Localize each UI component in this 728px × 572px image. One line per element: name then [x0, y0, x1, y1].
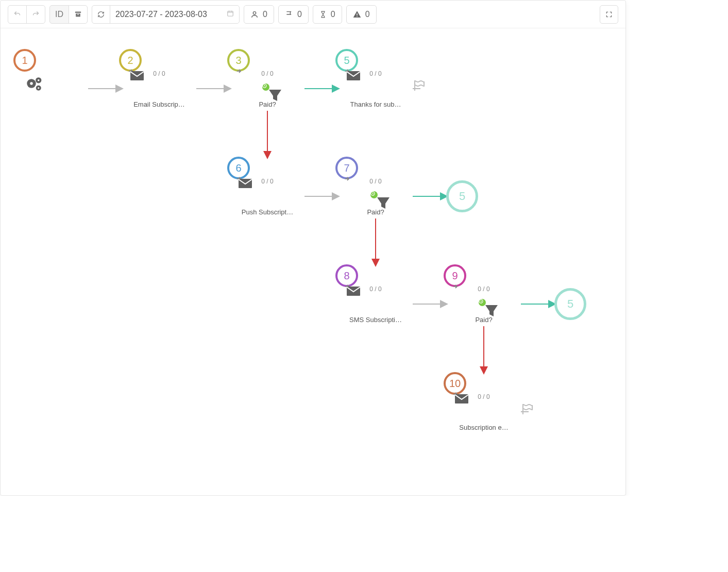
node-6[interactable]: 0 / 0 Push Subscript…: [236, 176, 298, 216]
node-3-flow: 0 / 0: [236, 70, 298, 77]
flag-icon: [285, 10, 293, 19]
archive-icon: [74, 10, 82, 18]
fullscreen-button[interactable]: [600, 5, 618, 24]
envelope-icon: [453, 392, 470, 404]
node-9-flow: 0 / 0: [453, 285, 515, 293]
stat-users[interactable]: 0: [244, 5, 274, 24]
user-icon: [250, 10, 259, 19]
warning-icon: [353, 10, 361, 19]
archive-button[interactable]: [69, 5, 88, 24]
node-7-number: 7: [344, 162, 349, 174]
node-5-ref[interactable]: 5: [446, 180, 478, 212]
expand-icon: [605, 11, 613, 18]
svg-rect-2: [228, 11, 233, 15]
date-group: 2023-07-27 - 2023-08-03: [92, 5, 240, 24]
node-10-title: Subscription e…: [453, 424, 515, 431]
gears-icon: [24, 76, 44, 91]
undo-button[interactable]: [8, 5, 27, 24]
envelope-icon: [236, 176, 254, 189]
toolbar: ID 2023-07-27 - 2023-08-03 0 0: [1, 1, 625, 28]
date-range-value: 2023-07-27 - 2023-08-03: [115, 10, 207, 19]
stat-errors-value: 0: [365, 10, 370, 19]
funnel-icon: [484, 304, 499, 317]
workflow-canvas[interactable]: 1 2 0 / 0 Email Subscrip… 3 0 / 0 Paid? …: [1, 28, 625, 495]
node-5-number: 5: [344, 55, 349, 66]
node-1-badge[interactable]: 1: [13, 49, 36, 72]
node-7[interactable]: 0 / 0 Paid?: [345, 176, 407, 216]
undo-redo-group: [8, 5, 45, 24]
redo-icon: [32, 10, 40, 18]
node-1-number: 1: [22, 55, 27, 66]
svg-rect-1: [77, 14, 79, 15]
node-5-ref-2[interactable]: 5: [554, 288, 586, 320]
node-5-title: Thanks for sub…: [345, 100, 407, 108]
node-9-number: 9: [452, 270, 458, 282]
node-6-title: Push Subscript…: [236, 208, 298, 216]
stat-waiting[interactable]: 0: [313, 5, 342, 24]
workflow-editor: ID 2023-07-27 - 2023-08-03 0 0: [0, 0, 626, 496]
node-8-number: 8: [344, 270, 349, 282]
envelope-icon: [345, 284, 362, 296]
envelope-icon: [128, 69, 146, 81]
envelope-icon: [345, 69, 362, 81]
stat-users-value: 0: [263, 10, 267, 19]
node-10[interactable]: 0 / 0 Subscription e…: [453, 392, 515, 431]
refresh-button[interactable]: [92, 5, 110, 24]
node-3[interactable]: 0 / 0 Paid?: [236, 69, 298, 108]
node-5[interactable]: 0 / 0 Thanks for sub…: [345, 69, 407, 108]
undo-icon: [13, 10, 21, 18]
node-5-ref-number: 5: [459, 190, 465, 203]
node-1[interactable]: [24, 76, 86, 95]
goal-flag-icon: [413, 79, 427, 92]
goal-flag-icon: [521, 402, 535, 416]
date-range-button[interactable]: 2023-07-27 - 2023-08-03: [110, 5, 240, 24]
node-7-flow: 0 / 0: [345, 178, 407, 185]
node-2[interactable]: 0 / 0 Email Subscrip…: [128, 69, 190, 108]
svg-point-3: [253, 11, 256, 14]
stat-goals[interactable]: 0: [278, 5, 309, 24]
node-3-number: 3: [235, 55, 241, 66]
connectors: [1, 28, 625, 495]
svg-rect-4: [357, 13, 357, 15]
refresh-icon: [97, 11, 105, 18]
clock-badge-icon: [262, 83, 269, 91]
hourglass-icon: [319, 10, 327, 19]
stat-waiting-value: 0: [331, 10, 335, 19]
node-6-number: 6: [235, 162, 241, 174]
node-2-title: Email Subscrip…: [128, 100, 190, 108]
svg-rect-5: [357, 16, 357, 16]
funnel-icon: [267, 89, 283, 102]
svg-rect-0: [75, 12, 81, 13]
id-label: ID: [55, 10, 63, 19]
id-archive-group: ID: [49, 5, 88, 24]
node-5-ref-2-number: 5: [567, 297, 573, 311]
redo-button[interactable]: [26, 5, 45, 24]
calendar-icon: [227, 10, 234, 19]
node-2-number: 2: [127, 55, 133, 66]
clock-badge-icon: [479, 299, 486, 306]
node-9[interactable]: 0 / 0 Paid?: [453, 284, 515, 324]
stat-goals-value: 0: [297, 10, 302, 19]
id-button[interactable]: ID: [49, 5, 69, 24]
funnel-icon: [376, 196, 391, 210]
node-10-number: 10: [449, 378, 461, 390]
stat-errors[interactable]: 0: [346, 5, 377, 24]
clock-badge-icon: [370, 191, 378, 198]
node-8-title: SMS Subscripti…: [345, 316, 407, 324]
node-8[interactable]: 0 / 0 SMS Subscripti…: [345, 284, 407, 324]
